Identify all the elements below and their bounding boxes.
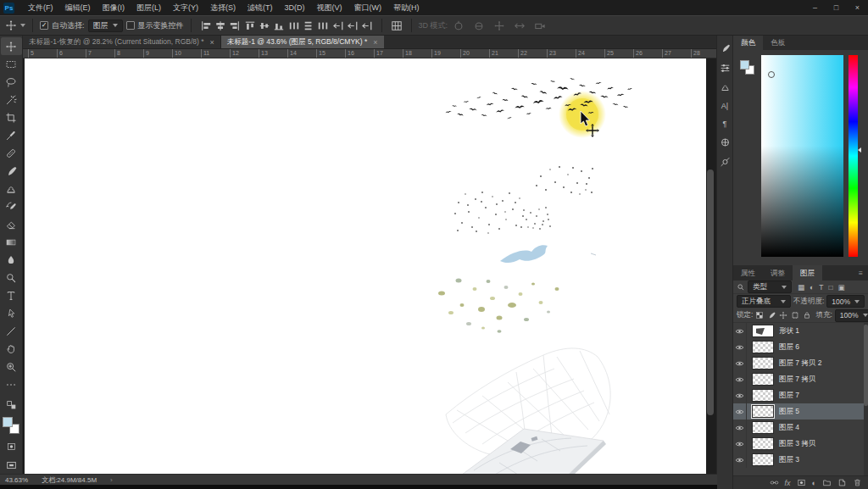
align-ar-button[interactable] xyxy=(229,20,241,31)
zoom-tool[interactable] xyxy=(1,358,22,375)
current-tool-icon[interactable] xyxy=(5,19,17,31)
menu-item[interactable]: 图像(I) xyxy=(97,0,131,15)
layer-thumbnail[interactable] xyxy=(752,373,774,386)
close-tab-icon[interactable]: × xyxy=(210,38,214,47)
brush-presets-icon[interactable] xyxy=(720,63,731,73)
crop-tool[interactable] xyxy=(1,108,22,126)
layer-visibility-eye-icon[interactable] xyxy=(733,339,747,355)
layer-visibility-eye-icon[interactable] xyxy=(733,387,747,403)
layers-scrollbar[interactable] xyxy=(864,323,868,475)
link-layers-icon[interactable] xyxy=(770,478,779,487)
layer-name[interactable]: 图层 3 xyxy=(779,455,799,465)
filter-type-layers-icon[interactable]: T xyxy=(818,283,824,292)
scrollbar-thumb[interactable] xyxy=(864,325,868,406)
blur-tool[interactable] xyxy=(1,251,22,269)
layer-name[interactable]: 图层 3 拷贝 xyxy=(779,439,815,449)
align-dh-button[interactable] xyxy=(288,20,300,31)
layer-row[interactable]: 图层 5 xyxy=(733,403,868,420)
lasso-tool[interactable] xyxy=(1,73,22,91)
maximize-button[interactable]: □ xyxy=(826,0,847,15)
layer-thumbnail[interactable] xyxy=(752,341,774,353)
menu-item[interactable]: 编辑(E) xyxy=(59,0,97,15)
align-dv-button[interactable] xyxy=(303,20,314,31)
3d-mode-button[interactable] xyxy=(493,20,505,31)
panel-menu-icon[interactable]: ≡ xyxy=(854,265,868,281)
layer-name[interactable]: 形状 1 xyxy=(779,326,799,336)
auto-select-target-dropdown[interactable]: 图层 xyxy=(88,19,123,32)
edit-toolbar[interactable] xyxy=(1,375,22,393)
layer-name[interactable]: 图层 4 xyxy=(779,423,799,433)
path-selection-tool[interactable] xyxy=(1,304,22,322)
lock-artboard-icon[interactable] xyxy=(791,311,799,320)
history-brush-tool[interactable] xyxy=(1,197,22,215)
layer-effects-icon[interactable]: fx xyxy=(785,479,791,487)
paragraph-panel-icon[interactable]: ¶ xyxy=(723,119,727,128)
new-group-icon[interactable] xyxy=(822,478,832,487)
layer-row[interactable]: 图层 3 拷贝 xyxy=(733,436,868,452)
layer-row[interactable]: 图层 3 xyxy=(733,452,868,468)
filter-kind-dropdown[interactable]: 类型 xyxy=(748,281,792,293)
canvas-vertical-scrollbar[interactable] xyxy=(707,58,714,489)
menu-item[interactable]: 滤镜(T) xyxy=(242,0,279,15)
character-panel-icon[interactable]: A| xyxy=(721,102,728,110)
align-ab-button[interactable] xyxy=(273,20,285,31)
move-tool[interactable] xyxy=(1,37,22,55)
layer-visibility-eye-icon[interactable] xyxy=(733,452,747,468)
fill-field[interactable]: 100% xyxy=(835,309,868,322)
align-arr-button[interactable] xyxy=(347,20,359,31)
healing-brush-tool[interactable] xyxy=(1,144,22,162)
3d-mode-button[interactable] xyxy=(453,20,465,31)
hand-tool[interactable] xyxy=(1,340,22,358)
clone-stamp-tool[interactable] xyxy=(1,180,22,197)
clone-source-icon[interactable] xyxy=(720,82,731,92)
align-arr-button[interactable] xyxy=(332,20,344,31)
layer-mask-icon[interactable] xyxy=(797,478,806,487)
foreground-color-swatch[interactable] xyxy=(3,417,13,427)
align-am-button[interactable] xyxy=(259,20,270,31)
lock-all-icon[interactable] xyxy=(803,311,811,320)
layer-name[interactable]: 图层 7 拷贝 2 xyxy=(779,358,822,369)
layer-row[interactable]: 图层 6 xyxy=(733,339,868,355)
filter-smart-objects-icon[interactable]: ▣ xyxy=(837,283,846,292)
color-field-marker[interactable] xyxy=(768,71,775,78)
blend-mode-dropdown[interactable]: 正片叠底 xyxy=(737,295,791,308)
layer-thumbnail[interactable] xyxy=(752,325,774,337)
close-tab-icon[interactable]: × xyxy=(373,38,377,47)
status-expander-icon[interactable]: › xyxy=(110,476,113,484)
scrollbar-thumb[interactable] xyxy=(707,169,714,415)
menu-item[interactable]: 文字(Y) xyxy=(167,0,204,15)
3d-mode-button[interactable] xyxy=(473,20,485,31)
align-arr-button[interactable] xyxy=(361,20,373,31)
align-dh-button[interactable] xyxy=(317,20,329,31)
foreground-color-chip[interactable] xyxy=(740,60,749,69)
tab-adjustments[interactable]: 调整 xyxy=(763,265,793,281)
close-button[interactable]: × xyxy=(847,0,868,15)
layer-visibility-eye-icon[interactable] xyxy=(733,355,747,371)
layer-visibility-eye-icon[interactable] xyxy=(733,323,747,339)
dodge-tool[interactable] xyxy=(1,269,22,286)
layer-thumbnail[interactable] xyxy=(752,405,774,418)
marquee-tool[interactable] xyxy=(1,55,22,73)
layer-row[interactable]: 图层 7 拷贝 xyxy=(733,371,868,387)
lock-transparency-icon[interactable] xyxy=(755,311,764,320)
document-tab[interactable]: 未标题-1-恢复的 @ 28.2% (Current Situation, RG… xyxy=(23,36,221,48)
minimize-button[interactable]: – xyxy=(804,0,826,15)
menu-item[interactable]: 3D(D) xyxy=(279,0,311,15)
layer-name[interactable]: 图层 7 xyxy=(779,391,799,401)
menu-item[interactable]: 选择(S) xyxy=(204,0,242,15)
layer-row[interactable]: 图层 7 拷贝 2 xyxy=(733,355,868,371)
adjustment-layer-icon[interactable]: ◐ xyxy=(812,479,816,487)
align-ac-button[interactable] xyxy=(214,20,226,31)
layer-thumbnail[interactable] xyxy=(752,453,774,466)
canvas[interactable] xyxy=(25,58,706,474)
timeline-icon[interactable] xyxy=(720,137,731,147)
default-colors-icon[interactable] xyxy=(1,398,22,412)
hue-slider[interactable] xyxy=(849,55,858,257)
eraser-tool[interactable] xyxy=(1,215,22,233)
layer-thumbnail[interactable] xyxy=(752,357,774,370)
tab-layers[interactable]: 图层 xyxy=(793,265,822,281)
layer-row[interactable]: 图层 7 xyxy=(733,387,868,403)
zoom-percent-field[interactable]: 43.63% xyxy=(5,476,28,484)
layer-name[interactable]: 图层 7 拷贝 xyxy=(779,375,815,385)
layer-thumbnail[interactable] xyxy=(752,421,774,434)
